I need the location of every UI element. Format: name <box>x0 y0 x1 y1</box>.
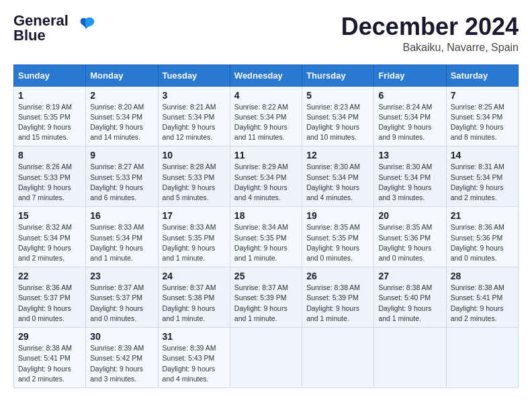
day-detail: Sunrise: 8:26 AMSunset: 5:33 PMDaylight:… <box>18 162 81 203</box>
calendar-cell: 29Sunrise: 8:38 AMSunset: 5:41 PMDayligh… <box>14 328 86 388</box>
day-number: 12 <box>306 150 369 161</box>
calendar-cell: 21Sunrise: 8:36 AMSunset: 5:36 PMDayligh… <box>446 207 518 267</box>
day-number: 26 <box>306 271 369 281</box>
day-number: 24 <box>163 271 226 281</box>
calendar-cell: 24Sunrise: 8:37 AMSunset: 5:38 PMDayligh… <box>158 267 230 328</box>
day-number: 14 <box>451 150 514 161</box>
day-detail: Sunrise: 8:35 AMSunset: 5:35 PMDaylight:… <box>306 222 369 263</box>
day-number: 17 <box>163 210 226 221</box>
day-detail: Sunrise: 8:39 AMSunset: 5:43 PMDaylight:… <box>163 343 226 384</box>
calendar-cell: 27Sunrise: 8:38 AMSunset: 5:40 PMDayligh… <box>374 267 446 328</box>
calendar-week-row: 15Sunrise: 8:32 AMSunset: 5:34 PMDayligh… <box>14 207 519 267</box>
weekday-header-thursday: Thursday <box>302 64 374 86</box>
calendar-cell: 15Sunrise: 8:32 AMSunset: 5:34 PMDayligh… <box>14 207 86 267</box>
calendar-cell: 3Sunrise: 8:21 AMSunset: 5:34 PMDaylight… <box>158 86 230 146</box>
logo: General Blue <box>13 13 98 43</box>
calendar-week-row: 22Sunrise: 8:36 AMSunset: 5:37 PMDayligh… <box>14 267 519 328</box>
day-number: 9 <box>90 150 153 161</box>
day-number: 11 <box>234 150 298 161</box>
day-number: 19 <box>306 210 369 221</box>
calendar-cell: 28Sunrise: 8:38 AMSunset: 5:41 PMDayligh… <box>446 267 518 328</box>
calendar-cell: 19Sunrise: 8:35 AMSunset: 5:35 PMDayligh… <box>302 207 374 267</box>
weekday-header-monday: Monday <box>86 64 158 86</box>
day-detail: Sunrise: 8:23 AMSunset: 5:34 PMDaylight:… <box>306 102 369 143</box>
title-area: December 2024 Bakaiku, Navarre, Spain <box>341 13 519 54</box>
day-number: 27 <box>378 271 441 281</box>
calendar-week-row: 1Sunrise: 8:19 AMSunset: 5:35 PMDaylight… <box>14 86 519 146</box>
day-number: 13 <box>378 150 441 161</box>
calendar-week-row: 29Sunrise: 8:38 AMSunset: 5:41 PMDayligh… <box>14 328 519 388</box>
month-title: December 2024 <box>341 13 519 40</box>
calendar-cell: 8Sunrise: 8:26 AMSunset: 5:33 PMDaylight… <box>14 146 86 207</box>
day-detail: Sunrise: 8:38 AMSunset: 5:41 PMDaylight:… <box>451 283 514 324</box>
calendar-table: SundayMondayTuesdayWednesdayThursdayFrid… <box>13 64 519 388</box>
calendar-cell: 14Sunrise: 8:31 AMSunset: 5:34 PMDayligh… <box>446 146 518 207</box>
calendar-cell: 12Sunrise: 8:30 AMSunset: 5:34 PMDayligh… <box>302 146 374 207</box>
calendar-body: 1Sunrise: 8:19 AMSunset: 5:35 PMDaylight… <box>14 86 519 387</box>
logo-text-blue: Blue <box>13 28 69 43</box>
calendar-cell: 2Sunrise: 8:20 AMSunset: 5:34 PMDaylight… <box>86 86 158 146</box>
weekday-header-saturday: Saturday <box>446 64 518 86</box>
day-number: 18 <box>234 210 298 221</box>
weekday-header-friday: Friday <box>374 64 446 86</box>
weekday-header-wednesday: Wednesday <box>230 64 302 86</box>
day-detail: Sunrise: 8:22 AMSunset: 5:34 PMDaylight:… <box>234 102 298 143</box>
location: Bakaiku, Navarre, Spain <box>341 42 519 54</box>
day-number: 15 <box>18 210 81 221</box>
day-number: 8 <box>18 150 81 161</box>
calendar-cell: 25Sunrise: 8:37 AMSunset: 5:39 PMDayligh… <box>230 267 302 328</box>
day-number: 23 <box>90 271 153 281</box>
day-detail: Sunrise: 8:38 AMSunset: 5:39 PMDaylight:… <box>306 283 369 324</box>
page-header: General Blue December 2024 Bakaiku, Nava… <box>13 13 519 54</box>
day-detail: Sunrise: 8:30 AMSunset: 5:34 PMDaylight:… <box>378 162 441 203</box>
weekday-header-sunday: Sunday <box>14 64 86 86</box>
weekday-header-tuesday: Tuesday <box>158 64 230 86</box>
day-number: 22 <box>18 271 81 281</box>
weekday-header-row: SundayMondayTuesdayWednesdayThursdayFrid… <box>14 64 519 86</box>
calendar-cell: 17Sunrise: 8:33 AMSunset: 5:35 PMDayligh… <box>158 207 230 267</box>
day-detail: Sunrise: 8:33 AMSunset: 5:34 PMDaylight:… <box>90 222 153 263</box>
calendar-cell: 23Sunrise: 8:37 AMSunset: 5:37 PMDayligh… <box>86 267 158 328</box>
calendar-cell: 22Sunrise: 8:36 AMSunset: 5:37 PMDayligh… <box>14 267 86 328</box>
day-number: 4 <box>234 90 298 101</box>
day-number: 28 <box>451 271 514 281</box>
day-detail: Sunrise: 8:34 AMSunset: 5:35 PMDaylight:… <box>234 222 298 263</box>
day-number: 5 <box>306 90 369 101</box>
day-detail: Sunrise: 8:38 AMSunset: 5:41 PMDaylight:… <box>18 343 81 384</box>
calendar-cell: 13Sunrise: 8:30 AMSunset: 5:34 PMDayligh… <box>374 146 446 207</box>
day-detail: Sunrise: 8:32 AMSunset: 5:34 PMDaylight:… <box>18 222 81 263</box>
logo-bird-icon <box>74 13 98 40</box>
day-detail: Sunrise: 8:27 AMSunset: 5:33 PMDaylight:… <box>90 162 153 203</box>
calendar-cell: 5Sunrise: 8:23 AMSunset: 5:34 PMDaylight… <box>302 86 374 146</box>
calendar-week-row: 8Sunrise: 8:26 AMSunset: 5:33 PMDaylight… <box>14 146 519 207</box>
day-detail: Sunrise: 8:20 AMSunset: 5:34 PMDaylight:… <box>90 102 153 143</box>
day-detail: Sunrise: 8:33 AMSunset: 5:35 PMDaylight:… <box>163 222 226 263</box>
day-number: 31 <box>163 331 226 342</box>
day-number: 6 <box>378 90 441 101</box>
day-detail: Sunrise: 8:37 AMSunset: 5:39 PMDaylight:… <box>234 283 298 324</box>
calendar-cell <box>446 328 518 388</box>
day-number: 10 <box>163 150 226 161</box>
calendar-cell: 31Sunrise: 8:39 AMSunset: 5:43 PMDayligh… <box>158 328 230 388</box>
day-detail: Sunrise: 8:37 AMSunset: 5:38 PMDaylight:… <box>163 283 226 324</box>
day-number: 21 <box>451 210 514 221</box>
day-detail: Sunrise: 8:19 AMSunset: 5:35 PMDaylight:… <box>18 102 81 143</box>
logo-text-general: General <box>13 13 69 28</box>
day-detail: Sunrise: 8:39 AMSunset: 5:42 PMDaylight:… <box>90 343 153 384</box>
day-detail: Sunrise: 8:29 AMSunset: 5:34 PMDaylight:… <box>234 162 298 203</box>
calendar-cell: 9Sunrise: 8:27 AMSunset: 5:33 PMDaylight… <box>86 146 158 207</box>
calendar-cell: 16Sunrise: 8:33 AMSunset: 5:34 PMDayligh… <box>86 207 158 267</box>
calendar-cell: 10Sunrise: 8:28 AMSunset: 5:33 PMDayligh… <box>158 146 230 207</box>
day-detail: Sunrise: 8:21 AMSunset: 5:34 PMDaylight:… <box>163 102 226 143</box>
day-detail: Sunrise: 8:31 AMSunset: 5:34 PMDaylight:… <box>451 162 514 203</box>
day-detail: Sunrise: 8:35 AMSunset: 5:36 PMDaylight:… <box>378 222 441 263</box>
day-detail: Sunrise: 8:36 AMSunset: 5:36 PMDaylight:… <box>451 222 514 263</box>
day-number: 20 <box>378 210 441 221</box>
day-number: 25 <box>234 271 298 281</box>
day-detail: Sunrise: 8:38 AMSunset: 5:40 PMDaylight:… <box>378 283 441 324</box>
calendar-cell <box>230 328 302 388</box>
day-detail: Sunrise: 8:36 AMSunset: 5:37 PMDaylight:… <box>18 283 81 324</box>
calendar-cell: 20Sunrise: 8:35 AMSunset: 5:36 PMDayligh… <box>374 207 446 267</box>
day-number: 7 <box>451 90 514 101</box>
calendar-cell: 4Sunrise: 8:22 AMSunset: 5:34 PMDaylight… <box>230 86 302 146</box>
